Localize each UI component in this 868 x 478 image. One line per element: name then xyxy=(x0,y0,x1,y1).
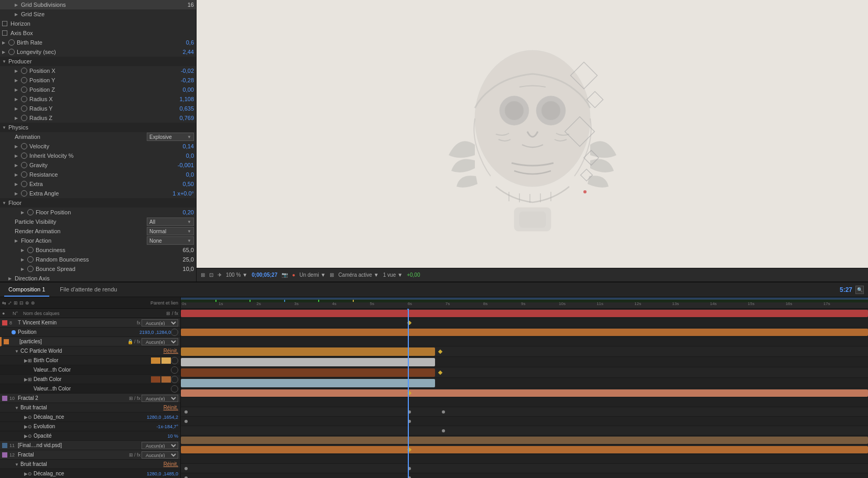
track-birth-color[interactable] xyxy=(181,346,868,357)
bounciness-row[interactable]: ▶ Bounciness 65,0 xyxy=(0,245,196,255)
gravity-row[interactable]: ▶ Gravity -0,001 xyxy=(0,160,196,170)
particle-vis-dropdown[interactable]: All ▼ xyxy=(147,218,194,226)
direction-axis-row[interactable]: ▶ Direction Axis xyxy=(0,274,196,281)
render-anim-dropdown[interactable]: Normal ▼ xyxy=(147,227,194,235)
layer-11[interactable]: 11 [Final....nd vid.psd] Aucun(e) xyxy=(0,441,180,450)
tab-render-queue[interactable]: File d'attente de rendu xyxy=(56,283,121,297)
animation-dropdown[interactable]: Explosive ▼ xyxy=(147,133,194,141)
layer-header-icon2[interactable]: ⊟ xyxy=(19,300,24,306)
floor-action-row[interactable]: ▶ Floor Action None ▼ xyxy=(0,236,196,245)
bf1-reinit[interactable]: Réinit. xyxy=(164,405,178,410)
resistance-row[interactable]: ▶ Resistance 0,0 xyxy=(0,170,196,179)
track-vincent[interactable] xyxy=(181,309,868,318)
layer-decalag2[interactable]: ▶ ⊙ Décalag_nce 1280,0 ,1485,0 xyxy=(0,469,180,478)
resolution-icon[interactable]: ⊞ xyxy=(330,272,334,278)
track-cc[interactable] xyxy=(181,337,868,346)
bc-color-swatch[interactable] xyxy=(151,357,160,364)
layer-8-parent[interactable]: Aucun(e) xyxy=(142,319,178,327)
layer-position-prop[interactable]: Position 2193,0 ,1284,0 xyxy=(0,328,180,337)
layer-color-value1[interactable]: Valeur...th Color xyxy=(0,365,180,375)
dc-color-swatch[interactable] xyxy=(151,376,160,383)
particles-parent[interactable]: Aucun(e) xyxy=(142,338,178,345)
camera-dropdown[interactable]: Caméra active ▼ xyxy=(338,272,378,278)
particle-visibility-row[interactable]: Particle Visibility All ▼ xyxy=(0,217,196,226)
layer-particles[interactable]: [particles] 🔒 / fx Aucun(e) xyxy=(0,337,180,346)
track-death-color[interactable] xyxy=(181,367,868,378)
track-bruit2[interactable] xyxy=(181,454,868,464)
timecode-display[interactable]: 0;00;05;27 xyxy=(252,272,277,278)
bounce-spread-row[interactable]: ▶ Bounce Spread 10,0 xyxy=(0,264,196,274)
l11-parent[interactable]: Aucun(e) xyxy=(142,442,178,449)
horizon-checkbox[interactable] xyxy=(2,21,7,26)
layer-evolution1[interactable]: ▶ ⊙ Evolution -1x-184,7° xyxy=(0,422,180,431)
cc-reinit[interactable]: Réinit. xyxy=(164,348,178,354)
longevity-row[interactable]: ▶ Longevity (sec) 2,44 xyxy=(0,47,196,57)
layer-fractal[interactable]: 12 Fractal ⊞ / fx Aucun(e) xyxy=(0,450,180,460)
track-fractal12[interactable] xyxy=(181,445,868,454)
layer-header-icon3[interactable]: ⊕ xyxy=(25,300,29,306)
layer-color-value2[interactable]: Valeur...th Color xyxy=(0,384,180,394)
layer-header-arrow1[interactable]: ⇆ xyxy=(2,300,6,306)
floor-section[interactable]: ▼ Floor xyxy=(0,198,196,208)
position-z-row[interactable]: ▶ Position Z 0,00 xyxy=(0,85,196,94)
layer-header-icon4[interactable]: ⊗ xyxy=(31,300,35,306)
offset-display[interactable]: +0,00 xyxy=(407,272,420,278)
preview-toolbar-icon2[interactable]: ⊡ xyxy=(209,272,213,278)
grid-size-row[interactable]: ▶ Grid Size xyxy=(0,9,196,19)
track-decalag1[interactable] xyxy=(181,407,868,417)
radius-y-row[interactable]: ▶ Radius Y 0,635 xyxy=(0,104,196,113)
layer-birth-color[interactable]: ▶ ⊞ Birth Color xyxy=(0,356,180,365)
animation-row[interactable]: Animation Explosive ▼ xyxy=(0,132,196,142)
track-position[interactable] xyxy=(181,318,868,328)
extra-row[interactable]: ▶ Extra 0,50 xyxy=(0,179,196,189)
track-opacite[interactable] xyxy=(181,426,868,436)
quality-control[interactable]: ● xyxy=(292,272,295,278)
track-evo1[interactable] xyxy=(181,417,868,426)
layer-opacite[interactable]: ▶ ⊙ Opacité 10 % xyxy=(0,431,180,441)
track-decalag2[interactable] xyxy=(181,464,868,473)
birth-rate-row[interactable]: ▶ Birth Rate 0,6 xyxy=(0,38,196,47)
search-button[interactable]: 🔍 xyxy=(855,286,864,294)
tab-composition[interactable]: Composition 1 xyxy=(4,283,49,297)
floor-action-dropdown[interactable]: None ▼ xyxy=(147,236,194,245)
dc-color-swatch2[interactable] xyxy=(161,376,171,383)
f2-parent[interactable]: Aucun(e) xyxy=(142,395,178,402)
position-x-row[interactable]: ▶ Position X -0,02 xyxy=(0,66,196,75)
radius-z-row[interactable]: ▶ Radius Z 0,769 xyxy=(0,113,196,123)
position-y-row[interactable]: ▶ Position Y -0,28 xyxy=(0,75,196,85)
layer-fractal2[interactable]: 10 Fractal 2 ⊞ / fx Aucun(e) xyxy=(0,394,180,403)
track-particles[interactable] xyxy=(181,328,868,337)
layer-bruit-fractal1[interactable]: ▼ Bruit fractal Réinit. xyxy=(0,403,180,412)
extra-angle-row[interactable]: ▶ Extra Angle 1 x+0.0° xyxy=(0,189,196,198)
horizon-row[interactable]: Horizon xyxy=(0,19,196,28)
random-bounce-row[interactable]: ▶ Random Bounciness 25,0 xyxy=(0,255,196,264)
producer-section[interactable]: ▼ Producer xyxy=(0,57,196,66)
layer-death-color[interactable]: ▶ ⊞ Death Color xyxy=(0,375,180,384)
track-color-val2[interactable] xyxy=(181,378,868,388)
track-color-val1[interactable] xyxy=(181,357,868,367)
inherit-velocity-row[interactable]: ▶ Inherit Velocity % 0,0 xyxy=(0,151,196,160)
physics-section[interactable]: ▼ Physics xyxy=(0,123,196,132)
layer-bruit-fractal2[interactable]: ▼ Bruit fractal Réinit. xyxy=(0,460,180,469)
render-animation-row[interactable]: Render Animation Normal ▼ xyxy=(0,226,196,236)
axis-box-row[interactable]: Axis Box xyxy=(0,28,196,38)
axis-box-checkbox[interactable] xyxy=(2,30,7,36)
floor-position-row[interactable]: ▶ Floor Position 0,20 xyxy=(0,208,196,217)
camera-shutter[interactable]: 📷 xyxy=(281,272,288,278)
track-final[interactable] xyxy=(181,436,868,445)
preview-toolbar-icon3[interactable]: ✈ xyxy=(218,272,222,278)
radius-x-row[interactable]: ▶ Radius X 1,108 xyxy=(0,94,196,104)
zoom-control[interactable]: 100 % ▼ xyxy=(226,272,247,278)
layer-cc-particle[interactable]: ▼ CC Particle World Réinit. xyxy=(0,346,180,356)
velocity-row[interactable]: ▶ Velocity 0,14 xyxy=(0,142,196,151)
fr-parent[interactable]: Aucun(e) xyxy=(142,451,178,459)
track-fractal2[interactable] xyxy=(181,388,868,398)
layer-vincent-kernin[interactable]: 8 T Vincent Kernin fx Aucun(e) xyxy=(0,318,180,328)
track-evo2[interactable] xyxy=(181,473,868,478)
layer-header-arrow2[interactable]: ⤢ xyxy=(8,300,12,306)
quality-dropdown[interactable]: Un demi ▼ xyxy=(299,272,326,278)
layer-decalag1[interactable]: ▶ ⊙ Décalag_nce 1280,0 ,1654,2 xyxy=(0,412,180,422)
views-dropdown[interactable]: 1 vue ▼ xyxy=(383,272,403,278)
preview-toolbar-icon1[interactable]: ⊞ xyxy=(201,272,205,278)
bc-color-swatch2[interactable] xyxy=(161,357,171,364)
